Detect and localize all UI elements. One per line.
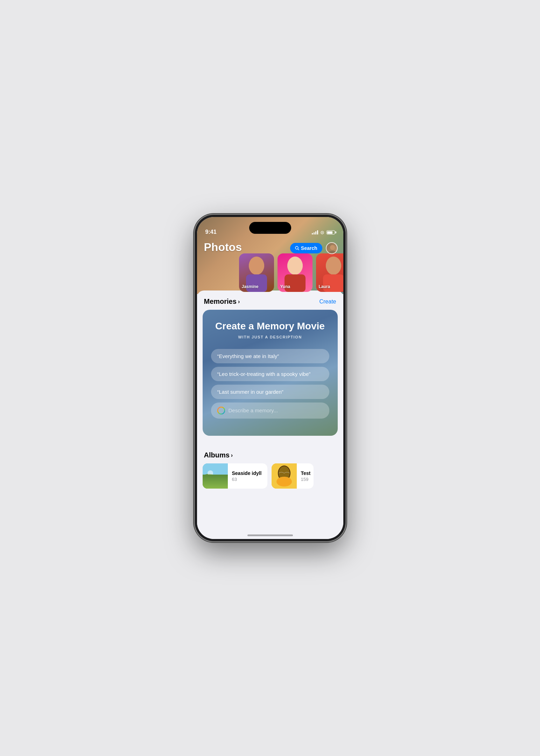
svg-rect-5 (246, 274, 267, 292)
album-card-seaside[interactable]: Seaside idyll 63 (203, 463, 267, 489)
home-indicator[interactable] (247, 534, 293, 536)
album-count-seaside: 63 (232, 477, 263, 482)
album-info-seaside: Seaside idyll 63 (228, 467, 267, 485)
search-icon (295, 246, 299, 250)
memory-input-row[interactable] (211, 402, 329, 419)
test-thumbnail (272, 463, 297, 489)
page-title-area: Photos (204, 241, 242, 254)
dynamic-island (249, 222, 291, 234)
album-info-test: Test 159 (297, 467, 314, 485)
user-avatar[interactable] (326, 242, 338, 254)
svg-rect-11 (323, 274, 343, 292)
svg-point-6 (249, 259, 264, 273)
header-actions: Search (290, 242, 338, 254)
person-laura[interactable]: Laura (316, 253, 343, 292)
album-thumb-test (272, 463, 297, 489)
svg-point-17 (208, 470, 213, 476)
signal-bar-1 (312, 233, 313, 234)
svg-line-1 (298, 249, 299, 250)
memory-describe-input[interactable] (229, 407, 323, 413)
battery-fill (327, 231, 332, 234)
signal-icon (312, 230, 318, 234)
wifi-icon: ⊜ (320, 230, 324, 235)
battery-icon (327, 230, 335, 234)
screen-content: 9:41 ⊜ Photos (197, 217, 343, 539)
person-yuna[interactable]: Yuna (278, 253, 313, 292)
page-title: Photos (204, 241, 242, 253)
albums-chevron-icon: › (231, 452, 233, 458)
albums-grid: Seaside idyll 63 (203, 463, 338, 489)
jasmine-label: Jasmine (242, 284, 259, 289)
svg-point-12 (326, 259, 341, 273)
svg-point-3 (328, 251, 337, 254)
signal-bar-3 (315, 231, 316, 234)
svg-rect-14 (203, 463, 228, 489)
suggestion-chips: “Everything we ate in Italy” “Leo trick-… (211, 349, 329, 399)
memories-title[interactable]: Memories › (204, 298, 240, 306)
album-count-test: 159 (301, 477, 311, 482)
suggestion-chip-1[interactable]: “Everything we ate in Italy” (211, 349, 329, 363)
svg-point-16 (209, 475, 217, 487)
memory-card[interactable]: Create a Memory Movie WITH JUST A DESCRI… (203, 310, 338, 436)
albums-section: Seaside idyll 63 (197, 463, 343, 489)
search-button-label: Search (301, 245, 317, 251)
album-thumb-seaside (203, 463, 228, 489)
svg-rect-8 (285, 274, 306, 292)
status-icons: ⊜ (312, 230, 335, 235)
siri-icon (217, 407, 225, 414)
seaside-thumbnail (203, 463, 228, 489)
person-jasmine[interactable]: Jasmine (239, 253, 274, 292)
albums-section-header: Albums › (197, 444, 343, 463)
memories-create-button[interactable]: Create (319, 299, 336, 305)
album-card-test[interactable]: Test 159 (272, 463, 314, 489)
laura-label: Laura (319, 284, 330, 289)
svg-point-2 (330, 245, 335, 250)
svg-point-13 (218, 407, 225, 414)
memories-section-header: Memories › Create (197, 290, 343, 310)
phone-frame: 9:41 ⊜ Photos (195, 215, 345, 541)
phone-screen: 9:41 ⊜ Photos (197, 217, 343, 539)
memory-card-subtitle: WITH JUST A DESCRIPTION (211, 335, 329, 339)
memories-chevron-icon: › (238, 299, 240, 305)
svg-point-9 (287, 259, 303, 273)
avatar-image (327, 243, 338, 254)
albums-title[interactable]: Albums › (204, 451, 233, 459)
album-name-test: Test (301, 470, 311, 476)
svg-point-21 (276, 477, 292, 486)
search-button[interactable]: Search (290, 243, 322, 253)
yuna-label: Yuna (280, 284, 290, 289)
suggestion-chip-2[interactable]: “Leo trick-or-treating with a spooky vib… (211, 367, 329, 381)
album-name-seaside: Seaside idyll (232, 470, 263, 476)
main-content: Memories › Create Create a Memory Movie … (197, 290, 343, 539)
memory-card-title: Create a Memory Movie (211, 320, 329, 332)
signal-bar-2 (314, 232, 315, 234)
signal-bar-4 (317, 230, 318, 234)
svg-rect-15 (203, 477, 228, 489)
suggestion-chip-3[interactable]: “Last summer in our garden” (211, 385, 329, 399)
